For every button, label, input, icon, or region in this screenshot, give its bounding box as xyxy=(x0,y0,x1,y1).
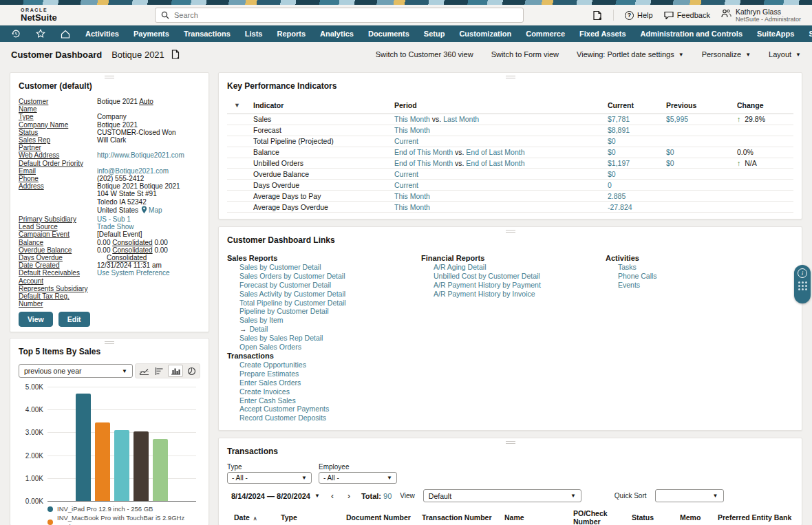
kpi-current[interactable]: $0 xyxy=(608,148,666,156)
field-label-lead-source[interactable]: Lead Source xyxy=(19,223,97,231)
chart-bar-3[interactable] xyxy=(114,430,129,501)
nav-item-reports[interactable]: Reports xyxy=(277,30,306,38)
next-period-button[interactable]: › xyxy=(345,491,353,501)
area-chart-icon[interactable] xyxy=(136,365,151,377)
help-button[interactable]: ? Help xyxy=(625,11,653,20)
view-button[interactable]: View xyxy=(19,312,53,327)
kpi-current[interactable]: $7,781 xyxy=(608,115,666,123)
link-forecast-by-customer-detail[interactable]: Forecast by Customer Detail xyxy=(227,281,421,290)
nav-item-support[interactable]: Support xyxy=(809,30,812,38)
link-a-r-aging-detail[interactable]: A/R Aging Detail xyxy=(421,263,606,272)
kpi-current[interactable]: 2.885 xyxy=(608,192,666,200)
edit-button[interactable]: Edit xyxy=(58,312,90,327)
period-link[interactable]: This Month xyxy=(394,203,430,211)
field-label-type[interactable]: Type xyxy=(19,113,97,120)
trans-col-transaction-number[interactable]: Transaction Number xyxy=(422,513,504,522)
home-icon[interactable] xyxy=(61,30,70,39)
nav-item-payments[interactable]: Payments xyxy=(133,30,169,38)
feedback-widget[interactable]: i xyxy=(794,265,811,303)
chart-bar-1[interactable] xyxy=(76,394,91,501)
link-total-pipeline-by-customer-detail[interactable]: Total Pipeline by Customer Detail xyxy=(227,299,421,308)
pie-chart-icon[interactable] xyxy=(184,365,199,377)
period-link[interactable]: This Month xyxy=(394,115,430,123)
trans-col-memo[interactable]: Memo xyxy=(680,513,718,522)
drag-handle-icon[interactable] xyxy=(105,76,114,78)
period-link[interactable]: End of This Month xyxy=(394,148,453,156)
field-link[interactable]: Trade Show xyxy=(97,223,134,231)
field-link[interactable]: http://www.Botique2021.com xyxy=(97,151,184,159)
global-search[interactable] xyxy=(155,8,524,23)
previous-period-button[interactable]: ‹ xyxy=(328,491,336,501)
link-open-sales-orders[interactable]: Open Sales Orders xyxy=(227,343,421,352)
nav-item-documents[interactable]: Documents xyxy=(368,30,409,38)
link-enter-sales-orders[interactable]: Enter Sales Orders xyxy=(227,378,421,387)
nav-item-lists[interactable]: Lists xyxy=(245,30,263,38)
drag-handle-icon[interactable] xyxy=(105,341,114,344)
new-record-icon[interactable] xyxy=(171,50,180,59)
kpi-current[interactable]: $0 xyxy=(608,170,666,178)
map-link[interactable]: Map xyxy=(149,206,162,214)
link-sales-by-customer-detail[interactable]: Sales by Customer Detail xyxy=(227,263,421,272)
field-label-company-name[interactable]: Company Name xyxy=(19,121,97,129)
user-menu[interactable]: Kathryn Glass NetSuite - Administrator xyxy=(721,8,801,23)
period-link[interactable]: Current xyxy=(394,181,418,189)
kpi-current[interactable]: $0 xyxy=(608,137,666,145)
nav-item-customization[interactable]: Customization xyxy=(459,30,511,38)
kpi-previous[interactable]: $0 xyxy=(666,148,737,156)
trans-col-type[interactable]: Type xyxy=(281,513,346,522)
trans-col-document-number[interactable]: Document Number xyxy=(346,513,422,522)
kpi-current[interactable]: $1,197 xyxy=(608,159,666,167)
create-new-icon[interactable] xyxy=(592,10,602,21)
kpi-previous[interactable]: $0 xyxy=(666,159,737,167)
link-prepare-estimates[interactable]: Prepare Estimates xyxy=(227,369,421,378)
drag-handle-icon[interactable] xyxy=(506,441,515,444)
link-create-opportunities[interactable]: Create Opportunities xyxy=(227,361,421,369)
kpi-previous[interactable]: $5,995 xyxy=(666,115,737,123)
field-label-customer-name[interactable]: Customer Name xyxy=(19,98,60,113)
date-range-select[interactable]: previous one year ▼ xyxy=(19,364,133,378)
field-link[interactable]: Auto xyxy=(139,98,153,105)
trans-col-preferred-entity-bank[interactable]: Preferred Entity Bank xyxy=(718,513,793,522)
field-label-email[interactable]: Email xyxy=(19,167,97,175)
nav-item-fixed-assets[interactable]: Fixed Assets xyxy=(579,30,626,38)
link-enter-cash-sales[interactable]: Enter Cash Sales xyxy=(227,396,421,405)
switch-form-view-link[interactable]: Switch to Form view xyxy=(491,50,559,58)
link-sales-by-sales-rep-detail[interactable]: Sales by Sales Rep Detail xyxy=(227,334,421,343)
field-link[interactable]: Consolidated xyxy=(97,254,147,261)
link-sales-by-item[interactable]: Sales by Item xyxy=(227,316,421,325)
kpi-current[interactable]: -27.824 xyxy=(608,203,666,211)
employee-filter-select[interactable]: - All - ▼ xyxy=(319,472,397,484)
field-label-primary-subsidiary[interactable]: Primary Subsidiary xyxy=(19,215,97,223)
field-label-status[interactable]: Status xyxy=(19,129,97,136)
period-link[interactable]: This Month xyxy=(394,192,430,200)
trans-col-po-check-number[interactable]: PO/Check Number xyxy=(573,509,632,525)
field-label-address[interactable]: Address xyxy=(19,182,97,190)
field-label-days-overdue[interactable]: Days Overdue xyxy=(19,254,97,261)
drag-handle-icon[interactable] xyxy=(506,76,515,78)
field-label-overdue-balance[interactable]: Overdue Balance xyxy=(19,246,97,254)
type-filter-select[interactable]: - All - ▼ xyxy=(227,472,312,484)
link-create-invoices[interactable]: Create Invoices xyxy=(227,387,421,396)
link-a-r-payment-history-by-invoice[interactable]: A/R Payment History by Invoice xyxy=(421,290,606,299)
nav-item-setup[interactable]: Setup xyxy=(424,30,445,38)
nav-item-administration-and-controls[interactable]: Administration and Controls xyxy=(641,30,743,38)
trans-col-status[interactable]: Status xyxy=(632,513,680,522)
switch-customer-360-link[interactable]: Switch to Customer 360 view xyxy=(376,50,473,58)
period-link[interactable]: Current xyxy=(394,170,418,178)
link-record-customer-deposits[interactable]: Record Customer Deposits xyxy=(227,414,421,422)
chart-bar-4[interactable] xyxy=(133,431,149,501)
kpi-current[interactable]: $8,891 xyxy=(608,126,666,134)
nav-item-suiteapps[interactable]: SuiteApps xyxy=(757,30,794,38)
link-sales-activity-by-customer-detail[interactable]: Sales Activity by Customer Detail xyxy=(227,290,421,299)
date-range-dropdown[interactable]: 8/14/2024 — 8/20/2024 ▼ xyxy=(231,492,320,500)
nav-item-analytics[interactable]: Analytics xyxy=(320,30,354,38)
kpi-current[interactable]: 0 xyxy=(608,181,666,189)
field-label-phone[interactable]: Phone xyxy=(19,175,97,182)
field-label-balance[interactable]: Balance xyxy=(19,239,97,246)
horizontal-bar-chart-icon[interactable] xyxy=(152,365,167,377)
link-events[interactable]: Events xyxy=(606,281,793,290)
nav-item-commerce[interactable]: Commerce xyxy=(526,30,565,38)
period-link[interactable]: Last Month xyxy=(443,115,479,123)
period-link[interactable]: End of Last Month xyxy=(466,159,524,167)
shortcuts-star-icon[interactable] xyxy=(36,29,45,39)
